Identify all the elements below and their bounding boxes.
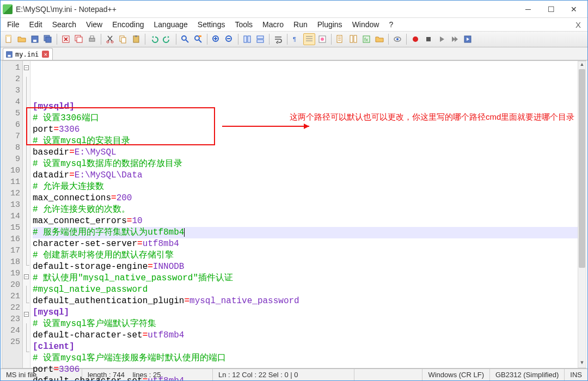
- save-icon[interactable]: [29, 33, 41, 45]
- code-line[interactable]: [mysql]: [33, 307, 586, 318]
- code-line[interactable]: max_connect_errors=10: [33, 216, 586, 227]
- svg-rect-25: [257, 40, 264, 42]
- user-lang-icon[interactable]: [316, 33, 328, 45]
- record-macro-icon[interactable]: [409, 33, 421, 45]
- code-line[interactable]: datadir=E:\MySQL\Data: [33, 170, 586, 181]
- save-all-icon[interactable]: [42, 33, 54, 45]
- code-line[interactable]: [client]: [33, 341, 586, 353]
- code-line[interactable]: character-set-server=utf8mb4: [33, 238, 586, 250]
- code-line[interactable]: default-character-set=utf8mb4: [33, 376, 586, 381]
- maximize-button[interactable]: ☐: [540, 2, 562, 17]
- folder-workspace-icon[interactable]: [373, 33, 385, 45]
- code-line[interactable]: default-storage-engine=INNODB: [33, 261, 586, 273]
- sync-h-icon[interactable]: [254, 33, 266, 45]
- code-line[interactable]: # 设置mysql的安装目录: [33, 136, 586, 147]
- scrollbar-thumb[interactable]: [579, 69, 585, 268]
- menu-encoding[interactable]: Encoding: [108, 19, 148, 30]
- code-view[interactable]: [mysqld]# 设置3306端口port=3306# 设置mysql的安装目…: [30, 61, 586, 368]
- menu-tools[interactable]: Tools: [230, 19, 257, 30]
- undo-icon[interactable]: [148, 33, 160, 45]
- app-icon: [3, 4, 13, 14]
- cut-icon[interactable]: [104, 33, 116, 45]
- function-list-icon[interactable]: fx: [360, 33, 372, 45]
- code-line[interactable]: max_connections=200: [33, 193, 586, 204]
- menu-settings[interactable]: Settings: [193, 19, 230, 30]
- code-line[interactable]: default_authentication_plugin=mysql_nati…: [33, 296, 586, 307]
- tab-close-icon[interactable]: ✕: [42, 51, 49, 58]
- doc-map-icon[interactable]: [334, 33, 346, 45]
- menu-bar: File Edit Search View Encoding Language …: [1, 18, 587, 31]
- window-title: E:\MySQL\my.ini - Notepad++: [16, 5, 117, 14]
- svg-rect-23: [248, 36, 250, 42]
- code-line[interactable]: # 设置mysql数据库的数据的存放目录: [33, 158, 586, 170]
- close-file-icon[interactable]: [60, 33, 72, 45]
- code-line[interactable]: # 允许连接失败的次数。: [33, 204, 586, 216]
- print-icon[interactable]: [86, 33, 98, 45]
- scroll-up-arrow-icon[interactable]: ▲: [578, 62, 586, 69]
- sync-v-icon[interactable]: [241, 33, 253, 45]
- paste-icon[interactable]: [130, 33, 142, 45]
- scroll-down-arrow-icon[interactable]: ▼: [578, 360, 586, 367]
- code-line[interactable]: # 设置mysql客户端连接服务端时默认使用的端口: [33, 353, 586, 364]
- menu-close-button[interactable]: X: [571, 20, 585, 29]
- svg-rect-24: [257, 36, 264, 39]
- editor-area: 1234567891011121314151617181920212223242…: [2, 60, 586, 368]
- svg-point-17: [182, 36, 186, 40]
- find-icon[interactable]: [179, 33, 191, 45]
- menu-window[interactable]: Window: [348, 19, 384, 30]
- play-macro-icon[interactable]: [436, 33, 448, 45]
- close-button[interactable]: ✕: [562, 2, 585, 17]
- menu-file[interactable]: File: [3, 19, 24, 30]
- svg-rect-16: [135, 35, 137, 37]
- menu-view[interactable]: View: [82, 19, 107, 30]
- annotation-text: 这两个路径可以默认也可以更改，你这里写的哪个路径cmd里面就要进哪个目录: [290, 111, 573, 124]
- stop-macro-icon[interactable]: [422, 33, 434, 45]
- svg-text:fx: fx: [364, 37, 369, 42]
- open-file-icon[interactable]: [16, 33, 28, 45]
- menu-macro[interactable]: Macro: [258, 19, 288, 30]
- code-line[interactable]: port=3306: [33, 124, 586, 136]
- replace-icon[interactable]: [192, 33, 204, 45]
- code-line[interactable]: port=3306: [33, 364, 586, 376]
- code-line[interactable]: # 服务端使用的字符集默认为utf8mb4: [33, 227, 586, 238]
- svg-rect-3: [33, 40, 36, 42]
- show-all-chars-icon[interactable]: ¶: [290, 33, 302, 45]
- menu-help[interactable]: ?: [384, 19, 397, 30]
- play-multi-icon[interactable]: [449, 33, 461, 45]
- code-line[interactable]: # 设置mysql客户端默认字符集: [33, 318, 586, 330]
- code-line[interactable]: # 默认使用"mysql_native_password"插件认证: [33, 273, 586, 284]
- doc-list-icon[interactable]: [347, 33, 359, 45]
- line-number-gutter: 1234567891011121314151617181920212223242…: [2, 61, 23, 368]
- menu-language[interactable]: Language: [150, 19, 192, 30]
- disk-icon: [5, 51, 13, 58]
- copy-icon[interactable]: [117, 33, 129, 45]
- menu-search[interactable]: Search: [48, 19, 81, 30]
- code-line[interactable]: # 创建新表时将使用的默认存储引擎: [33, 250, 586, 261]
- zoom-out-icon[interactable]: [223, 33, 235, 45]
- minimize-button[interactable]: ─: [517, 2, 540, 17]
- svg-rect-22: [244, 36, 247, 42]
- monitor-icon[interactable]: [391, 33, 403, 45]
- svg-point-18: [195, 36, 199, 40]
- svg-point-28: [321, 38, 324, 41]
- menu-edit[interactable]: Edit: [25, 19, 47, 30]
- fold-column[interactable]: −−−: [23, 61, 30, 368]
- new-file-icon[interactable]: [3, 33, 15, 45]
- tab-my-ini[interactable]: my.ini ✕: [3, 48, 53, 60]
- document-tab-strip: my.ini ✕: [1, 47, 587, 60]
- code-line[interactable]: #mysql_native_password: [33, 284, 586, 296]
- code-line[interactable]: default-character-set=utf8mb4: [33, 330, 586, 341]
- wordwrap-icon[interactable]: [272, 33, 284, 45]
- indent-guide-icon[interactable]: [303, 33, 315, 45]
- svg-rect-30: [350, 35, 353, 42]
- redo-icon[interactable]: [161, 33, 173, 45]
- code-line[interactable]: # 允许最大连接数: [33, 181, 586, 193]
- code-line[interactable]: basedir=E:\MySQL: [33, 147, 586, 158]
- save-macro-icon[interactable]: [462, 33, 474, 45]
- close-all-icon[interactable]: [73, 33, 85, 45]
- menu-run[interactable]: Run: [289, 19, 312, 30]
- menu-plugins[interactable]: Plugins: [313, 19, 347, 30]
- svg-rect-9: [89, 38, 95, 41]
- zoom-in-icon[interactable]: [210, 33, 222, 45]
- vertical-scrollbar[interactable]: ▲ ▼: [578, 61, 586, 368]
